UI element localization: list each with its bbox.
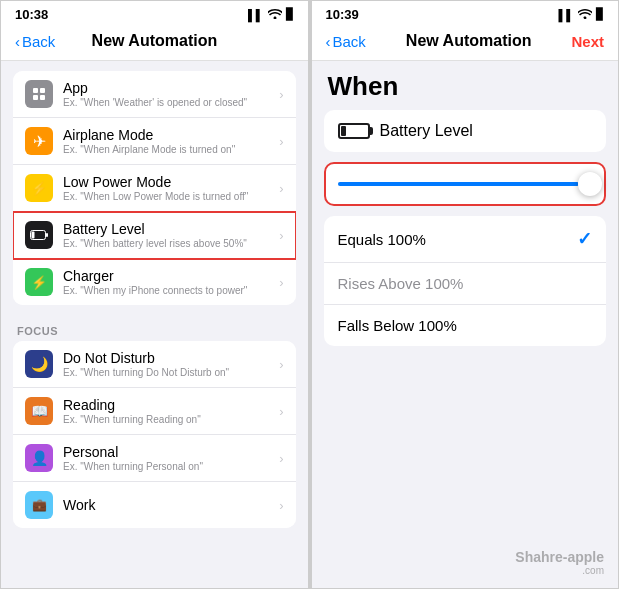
airplane-item-text: Airplane Mode Ex. "When Airplane Mode is… [63,127,273,155]
dnd-chevron: › [279,357,283,372]
left-panel: 10:38 ▌▌ ▊ ‹ Back New Automation [0,0,309,589]
slider-card [324,162,607,206]
svg-rect-3 [40,95,45,100]
option-falls-label: Falls Below 100% [338,317,457,334]
reading-icon: 📖 [25,397,53,425]
right-status-icons: ▌▌ ▊ [558,8,604,21]
app-subtitle: Ex. "When 'Weather' is opened or closed" [63,97,273,108]
dnd-subtitle: Ex. "When turning Do Not Disturb on" [63,367,273,378]
watermark-main: Shahre-apple [515,549,604,565]
work-icon: 💼 [25,491,53,519]
options-card: Equals 100% ✓ Rises Above 100% Falls Bel… [324,216,607,346]
app-chevron: › [279,87,283,102]
airplane-subtitle: Ex. "When Airplane Mode is turned on" [63,144,273,155]
list-item-charger[interactable]: ⚡ Charger Ex. "When my iPhone connects t… [13,259,296,305]
svg-rect-1 [40,88,45,93]
battery-item-text: Battery Level Ex. "When battery level ri… [63,221,273,249]
battery-list-icon [25,221,53,249]
battery-fill [341,126,347,136]
lowpower-chevron: › [279,181,283,196]
focus-list-card: 🌙 Do Not Disturb Ex. "When turning Do No… [13,341,296,528]
reading-chevron: › [279,404,283,419]
right-back-button[interactable]: ‹ Back [326,33,366,50]
slider-track[interactable] [338,182,593,186]
left-nav-bar: ‹ Back New Automation [1,26,308,61]
left-time: 10:38 [15,7,48,22]
dnd-icon: 🌙 [25,350,53,378]
airplane-chevron: › [279,134,283,149]
left-content: App Ex. "When 'Weather' is opened or clo… [1,61,308,588]
option-rises[interactable]: Rises Above 100% [324,263,607,305]
svg-rect-5 [46,233,48,237]
lowpower-icon: ⚡ [25,174,53,202]
reading-subtitle: Ex. "When turning Reading on" [63,414,273,425]
personal-icon: 👤 [25,444,53,472]
right-nav-title: New Automation [406,32,532,50]
right-panel: 10:39 ▌▌ ▊ ‹ Back New Automation Next Wh… [311,0,620,589]
right-back-label[interactable]: Back [333,33,366,50]
app-title: App [63,80,273,96]
work-item-text: Work [63,497,273,513]
airplane-icon: ✈ [25,127,53,155]
left-status-bar: 10:38 ▌▌ ▊ [1,1,308,26]
personal-item-text: Personal Ex. "When turning Personal on" [63,444,273,472]
battery-list-title: Battery Level [63,221,273,237]
list-item-battery[interactable]: Battery Level Ex. "When battery level ri… [13,212,296,259]
left-back-button[interactable]: ‹ Back [15,33,55,50]
charger-icon: ⚡ [25,268,53,296]
list-item-app[interactable]: App Ex. "When 'Weather' is opened or clo… [13,71,296,118]
airplane-title: Airplane Mode [63,127,273,143]
lowpower-item-text: Low Power Mode Ex. "When Low Power Mode … [63,174,273,202]
watermark-sub: .com [515,565,604,576]
left-back-chevron: ‹ [15,33,20,50]
when-title: When [312,61,619,110]
battery-card: Battery Level [324,110,607,152]
right-status-bar: 10:39 ▌▌ ▊ [312,1,619,26]
list-item-work[interactable]: 💼 Work › [13,482,296,528]
battery-row: Battery Level [324,110,607,152]
right-wifi-icon [578,8,592,21]
list-item-dnd[interactable]: 🌙 Do Not Disturb Ex. "When turning Do No… [13,341,296,388]
lowpower-title: Low Power Mode [63,174,273,190]
right-back-chevron: ‹ [326,33,331,50]
app-icon [25,80,53,108]
work-title: Work [63,497,273,513]
reading-title: Reading [63,397,273,413]
slider-thumb[interactable] [578,172,602,196]
signal-icon: ▌▌ [248,9,264,21]
right-signal-icon: ▌▌ [558,9,574,21]
right-next-button[interactable]: Next [571,33,604,50]
list-item-reading[interactable]: 📖 Reading Ex. "When turning Reading on" … [13,388,296,435]
charger-chevron: › [279,275,283,290]
charger-subtitle: Ex. "When my iPhone connects to power" [63,285,273,296]
battery-label: Battery Level [380,122,473,140]
left-status-icons: ▌▌ ▊ [248,8,294,21]
svg-rect-2 [33,95,38,100]
battery-chevron: › [279,228,283,243]
option-falls[interactable]: Falls Below 100% [324,305,607,346]
personal-title: Personal [63,444,273,460]
right-nav-bar: ‹ Back New Automation Next [312,26,619,61]
charger-item-text: Charger Ex. "When my iPhone connects to … [63,268,273,296]
equals-checkmark: ✓ [577,228,592,250]
svg-rect-0 [33,88,38,93]
dnd-title: Do Not Disturb [63,350,273,366]
focus-section-label: FOCUS [1,317,308,341]
list-item-personal[interactable]: 👤 Personal Ex. "When turning Personal on… [13,435,296,482]
battery-icon-large [338,123,370,139]
option-equals[interactable]: Equals 100% ✓ [324,216,607,263]
list-item-lowpower[interactable]: ⚡ Low Power Mode Ex. "When Low Power Mod… [13,165,296,212]
lowpower-subtitle: Ex. "When Low Power Mode is turned off" [63,191,273,202]
work-chevron: › [279,498,283,513]
left-list-card: App Ex. "When 'Weather' is opened or clo… [13,71,296,305]
dnd-item-text: Do Not Disturb Ex. "When turning Do Not … [63,350,273,378]
list-item-airplane[interactable]: ✈ Airplane Mode Ex. "When Airplane Mode … [13,118,296,165]
option-equals-label: Equals 100% [338,231,426,248]
svg-rect-6 [32,232,35,239]
battery-list-subtitle: Ex. "When battery level rises above 50%" [63,238,273,249]
right-battery-icon: ▊ [596,8,604,21]
option-rises-label: Rises Above 100% [338,275,464,292]
personal-chevron: › [279,451,283,466]
left-back-label[interactable]: Back [22,33,55,50]
reading-item-text: Reading Ex. "When turning Reading on" [63,397,273,425]
